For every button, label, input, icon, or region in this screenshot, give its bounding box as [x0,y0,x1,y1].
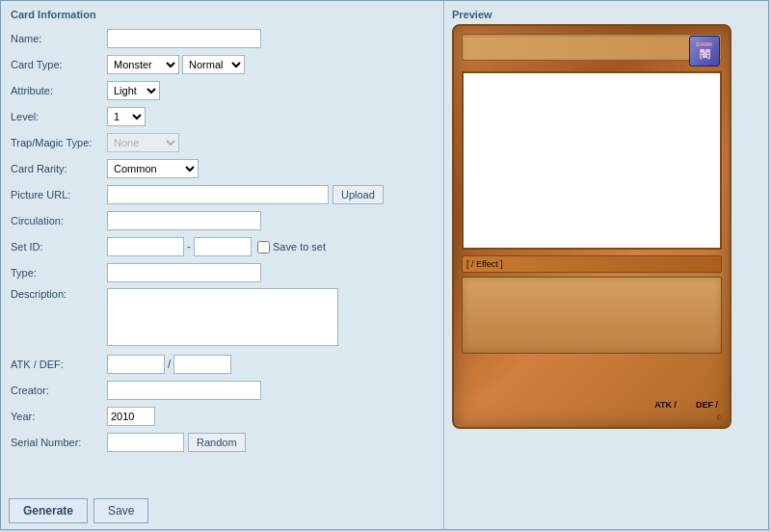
atk-def-label: ATK / DEF: [11,359,107,370]
set-id-input2[interactable] [194,237,252,256]
bottom-buttons: Generate Save [9,498,148,523]
random-button[interactable]: Random [188,433,246,452]
attribute-label: Attribute: [11,85,107,96]
year-input[interactable] [107,407,155,426]
type-label: Type: [11,267,107,279]
picture-url-label: Picture URL: [11,189,107,200]
creator-label: Creator: [11,385,107,396]
creator-input[interactable] [107,381,261,400]
save-to-set-checkbox[interactable] [257,241,270,253]
trap-magic-select[interactable]: None Continuous Counter Equip Field Quic… [107,133,179,152]
card-type-label: Card Type: [11,59,107,70]
card-atk-def: ATK / DEF / [654,400,718,410]
preview-title: Preview [452,9,760,20]
set-id-label: Set ID: [11,241,107,253]
card-subtype-select[interactable]: Normal Effect Fusion Ritual Synchro [182,55,245,74]
set-id-input1[interactable] [107,237,184,256]
atk-label: ATK / [654,400,677,410]
dark-label: DARK [696,41,712,47]
card-name-area [462,34,722,61]
circulation-input[interactable] [107,211,261,230]
upload-button[interactable]: Upload [332,185,384,204]
set-id-separator: - [187,240,191,253]
description-textarea[interactable] [107,288,338,346]
card-type-select[interactable]: Monster Spell Trap [107,55,179,74]
attribute-symbol: 闇 [696,47,712,62]
serial-number-label: Serial Number: [11,437,107,448]
type-input[interactable] [107,263,261,282]
level-select[interactable]: 1234 5678 9101112 [107,107,146,126]
circulation-label: Circulation: [11,215,107,226]
atk-input[interactable] [107,355,165,374]
trap-magic-label: Trap/Magic Type: [11,137,107,148]
card-type-bar: [ / Effect ] [462,255,722,273]
card-image-area [462,71,722,250]
level-label: Level: [11,111,107,122]
def-input[interactable] [173,355,231,374]
atk-def-slash: / [168,358,171,371]
def-label: DEF / [696,400,718,410]
card-info-title: Card Information [11,9,434,22]
year-label: Year: [11,411,107,422]
card-attribute-badge: DARK 闇 [689,36,720,66]
serial-input[interactable] [107,433,184,452]
save-button[interactable]: Save [93,498,148,523]
generate-button[interactable]: Generate [9,498,88,523]
save-to-set-label[interactable]: Save to set [257,241,326,253]
card-description-area [462,277,722,354]
picture-url-input[interactable] [107,185,329,204]
description-label: Description: [11,288,107,300]
card-copyright: © [717,414,722,421]
card-rarity-select[interactable]: Common Rare Super Rare Ultra Rare Secret… [107,159,199,178]
card-rarity-label: Card Rarity: [11,163,107,174]
name-input[interactable] [107,29,261,48]
name-label: Name: [11,33,107,44]
attribute-select[interactable]: Light Dark Earth Water Fire Wind Divine [107,81,160,100]
card-preview: DARK 闇 [ / Effect ] ATK / DEF / © [452,24,731,429]
